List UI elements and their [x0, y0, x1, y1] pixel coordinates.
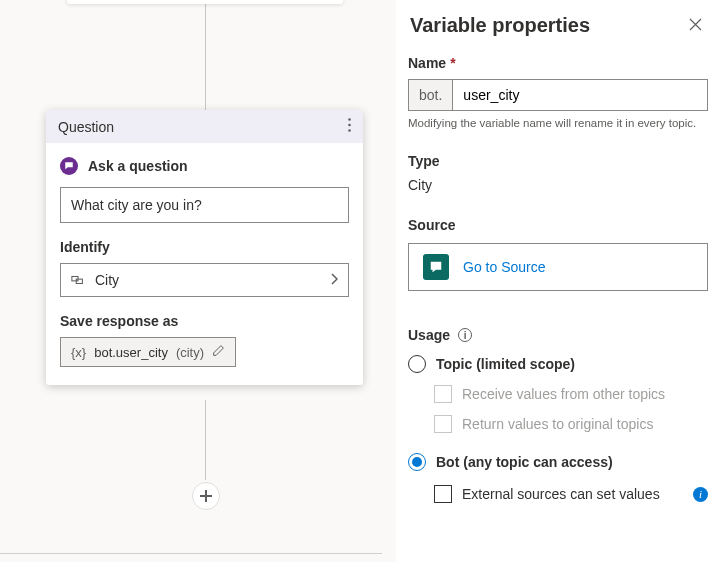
node-header[interactable]: Question — [46, 110, 363, 143]
entity-icon — [71, 273, 85, 287]
identify-label: Identify — [60, 239, 349, 255]
type-label: Type — [408, 153, 708, 169]
source-label: Source — [408, 217, 708, 233]
go-to-source-button[interactable]: Go to Source — [408, 243, 708, 291]
edit-icon[interactable] — [212, 344, 225, 360]
question-text-input[interactable] — [60, 187, 349, 223]
previous-node[interactable] — [67, 0, 343, 4]
name-field[interactable]: bot. — [408, 79, 708, 111]
more-icon[interactable] — [348, 118, 351, 135]
identify-value: City — [95, 272, 119, 288]
connector-line — [205, 0, 206, 110]
name-prefix: bot. — [409, 80, 453, 110]
external-sources-checkbox[interactable]: External sources can set values — [434, 485, 660, 503]
identify-picker[interactable]: City — [60, 263, 349, 297]
receive-values-checkbox: Receive values from other topics — [434, 385, 708, 403]
divider — [0, 553, 382, 554]
svg-point-1 — [348, 124, 351, 127]
variable-chip[interactable]: {x} bot.user_city (city) — [60, 337, 236, 367]
variable-name: bot.user_city — [94, 345, 168, 360]
usage-topic-radio[interactable]: Topic (limited scope) — [408, 355, 708, 373]
variable-properties-panel: Variable properties Name* bot. Modifying… — [408, 0, 708, 562]
name-label: Name* — [408, 55, 708, 71]
question-node: Question Ask a question Identify — [46, 110, 363, 385]
return-values-checkbox: Return values to original topics — [434, 415, 708, 433]
chevron-right-icon — [330, 272, 338, 288]
source-icon — [423, 254, 449, 280]
svg-point-2 — [348, 129, 351, 132]
node-header-title: Question — [58, 119, 114, 135]
panel-title: Variable properties — [410, 14, 590, 37]
type-value: City — [408, 177, 708, 193]
connector-line — [205, 400, 206, 480]
variable-type: (city) — [176, 345, 204, 360]
svg-point-0 — [348, 118, 351, 121]
source-link-text: Go to Source — [463, 259, 546, 275]
variable-icon: {x} — [71, 345, 86, 360]
usage-label: Usage i — [408, 327, 708, 343]
authoring-canvas: Question Ask a question Identify — [0, 0, 396, 562]
add-node-button[interactable] — [192, 482, 220, 510]
info-icon[interactable]: i — [693, 487, 708, 502]
name-input[interactable] — [453, 80, 707, 110]
ask-question-label: Ask a question — [88, 158, 188, 174]
save-response-label: Save response as — [60, 313, 349, 329]
info-icon[interactable]: i — [458, 328, 472, 342]
close-icon[interactable] — [689, 17, 702, 35]
chat-icon — [60, 157, 78, 175]
usage-bot-radio[interactable]: Bot (any topic can access) — [408, 453, 708, 471]
name-helper-text: Modifying the variable name will rename … — [408, 117, 708, 129]
